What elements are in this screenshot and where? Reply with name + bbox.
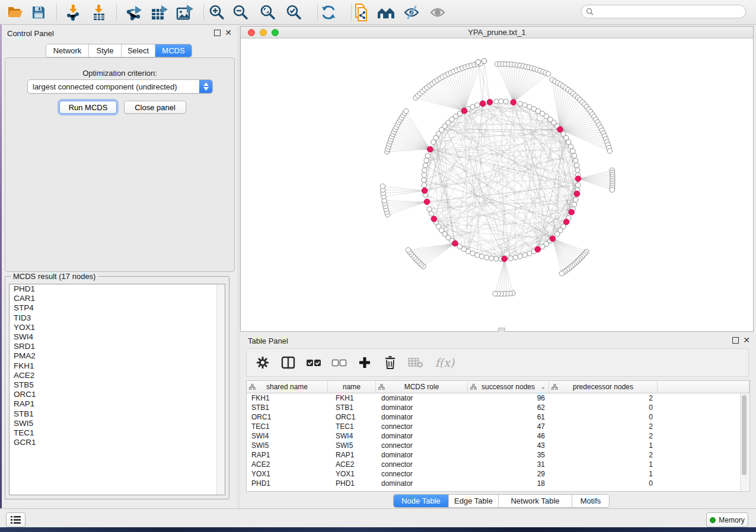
split-view-icon[interactable] <box>280 355 296 370</box>
tab-network[interactable]: Network <box>46 44 89 57</box>
column-header-shared-name[interactable]: shared name <box>247 381 328 393</box>
cell-name[interactable]: SWI5 <box>328 441 376 450</box>
cell-predecessor-nodes[interactable]: 2 <box>549 431 658 441</box>
mcds-result-item[interactable]: PMA2 <box>9 351 225 361</box>
tab-style[interactable]: Style <box>89 44 122 57</box>
cell-name[interactable]: YOX1 <box>328 469 376 479</box>
cell-successor-nodes[interactable]: 96 <box>468 393 549 403</box>
close-table-panel-icon[interactable]: ✕ <box>742 336 751 344</box>
mcds-result-item[interactable]: YOX1 <box>9 323 225 332</box>
cell-name[interactable]: ACE2 <box>328 460 376 469</box>
cell-successor-nodes[interactable]: 43 <box>468 441 549 450</box>
cell-name[interactable]: RAP1 <box>328 450 376 460</box>
cell-successor-nodes[interactable]: 47 <box>468 422 549 431</box>
cell-mcds-role[interactable]: dominator <box>376 412 468 422</box>
table-row[interactable]: STB1STB1dominator620 <box>247 403 749 412</box>
mcds-result-list[interactable]: PHD1CAR1STP4TID3YOX1SWI4SRD1PMA2FKH1ACE2… <box>9 284 225 495</box>
search-input[interactable] <box>596 7 745 17</box>
mcds-result-item[interactable]: TEC1 <box>9 428 225 438</box>
column-header-successor-nodes[interactable]: successor nodes ⌄ <box>468 381 549 393</box>
cell-shared-name[interactable]: PHD1 <box>247 479 328 488</box>
cell-name[interactable]: PHD1 <box>328 479 376 488</box>
criterion-dropdown[interactable]: largest connected component (undirected) <box>27 79 213 94</box>
cell-predecessor-nodes[interactable]: 0 <box>549 412 658 422</box>
delete-column-icon[interactable] <box>382 355 398 370</box>
column-header-predecessor-nodes[interactable]: predecessor nodes <box>549 381 658 393</box>
cell-predecessor-nodes[interactable]: 1 <box>549 460 658 469</box>
cell-shared-name[interactable]: FKH1 <box>247 393 328 403</box>
tab-edge-table[interactable]: Edge Table <box>449 495 499 507</box>
cell-mcds-role[interactable]: dominator <box>376 450 468 460</box>
cell-mcds-role[interactable]: dominator <box>376 431 468 441</box>
network-window-titlebar[interactable]: YPA_prune.txt_1 <box>241 27 753 39</box>
cell-shared-name[interactable]: RAP1 <box>247 450 328 460</box>
show-all-icon[interactable] <box>377 3 395 22</box>
export-network-icon[interactable] <box>125 3 143 22</box>
cell-mcds-role[interactable]: connector <box>376 422 468 431</box>
cell-predecessor-nodes[interactable]: 2 <box>549 393 658 403</box>
table-row[interactable]: FKH1FKH1dominator962 <box>247 393 749 403</box>
cell-predecessor-nodes[interactable]: 1 <box>549 469 658 479</box>
tab-node-table[interactable]: Node Table <box>394 495 449 507</box>
float-panel-icon[interactable] <box>213 28 221 37</box>
table-row[interactable]: ACE2ACE2connector311 <box>247 460 749 469</box>
cell-name[interactable]: STB1 <box>328 403 376 412</box>
cell-shared-name[interactable]: TEC1 <box>247 422 328 431</box>
table-row[interactable]: ORC1ORC1dominator610 <box>247 412 749 422</box>
add-column-icon[interactable] <box>357 355 372 370</box>
cell-predecessor-nodes[interactable]: 2 <box>549 422 658 431</box>
cell-successor-nodes[interactable]: 46 <box>468 431 549 441</box>
cell-mcds-role[interactable]: connector <box>376 469 468 479</box>
cell-shared-name[interactable]: ORC1 <box>247 412 328 422</box>
mcds-result-item[interactable]: SWI4 <box>9 332 225 342</box>
column-header-mcds-role[interactable]: MCDS role <box>376 381 468 393</box>
search-field[interactable] <box>581 5 746 18</box>
mcds-result-item[interactable]: ORC1 <box>9 390 225 399</box>
close-panel-icon[interactable]: ✕ <box>224 28 232 37</box>
cell-name[interactable]: ORC1 <box>328 412 376 422</box>
zoom-selected-icon[interactable] <box>285 3 304 22</box>
mcds-result-item[interactable]: FKH1 <box>9 361 225 371</box>
cell-shared-name[interactable]: SWI5 <box>247 441 328 450</box>
show-panels-button[interactable] <box>6 512 25 527</box>
zoom-fit-icon[interactable] <box>259 3 277 22</box>
tab-mcds[interactable]: MCDS <box>155 44 192 57</box>
close-panel-button[interactable]: Close panel <box>124 101 186 114</box>
cell-successor-nodes[interactable]: 62 <box>468 403 549 412</box>
table-row[interactable]: SWI5SWI5connector431 <box>247 441 749 450</box>
column-settings-icon[interactable] <box>255 355 270 370</box>
cell-predecessor-nodes[interactable]: 2 <box>549 450 658 460</box>
tab-network-table[interactable]: Network Table <box>499 495 572 507</box>
cell-successor-nodes[interactable]: 31 <box>468 460 549 469</box>
mcds-result-item[interactable]: SWI5 <box>9 419 225 428</box>
cell-name[interactable]: FKH1 <box>328 393 376 403</box>
table-row[interactable]: PHD1PHD1dominator180 <box>247 479 749 488</box>
mcds-result-item[interactable]: STB5 <box>9 380 225 390</box>
cell-successor-nodes[interactable]: 61 <box>468 412 549 422</box>
cell-shared-name[interactable]: SWI4 <box>247 431 328 441</box>
show-hidden-icon[interactable] <box>428 3 447 22</box>
hide-selected-icon[interactable] <box>402 3 421 22</box>
run-mcds-button[interactable]: Run MCDS <box>59 101 117 114</box>
cell-mcds-role[interactable]: dominator <box>376 393 468 403</box>
mcds-result-item[interactable]: PHD1 <box>9 284 225 294</box>
cell-mcds-role[interactable]: connector <box>376 441 468 450</box>
cell-predecessor-nodes[interactable]: 1 <box>549 441 658 450</box>
cell-successor-nodes[interactable]: 18 <box>468 479 549 488</box>
mcds-result-item[interactable]: CAR1 <box>9 294 225 303</box>
cell-predecessor-nodes[interactable]: 0 <box>549 403 658 412</box>
deselect-all-icon[interactable] <box>331 355 347 370</box>
float-table-panel-icon[interactable] <box>731 336 739 344</box>
table-scrollbar[interactable] <box>740 393 749 491</box>
cell-shared-name[interactable]: STB1 <box>247 403 328 412</box>
table-row[interactable]: TEC1TEC1connector472 <box>247 422 749 431</box>
tab-motifs[interactable]: Motifs <box>572 495 609 507</box>
table-scrollbar-thumb[interactable] <box>742 395 747 475</box>
zoom-out-icon[interactable] <box>231 3 250 22</box>
mcds-result-item[interactable]: GCR1 <box>9 438 225 447</box>
mcds-list-scrollbar[interactable] <box>216 284 225 495</box>
mcds-result-item[interactable]: STP4 <box>9 303 225 313</box>
save-session-icon[interactable] <box>29 3 48 22</box>
network-canvas[interactable] <box>241 39 752 331</box>
cell-mcds-role[interactable]: dominator <box>376 403 468 412</box>
